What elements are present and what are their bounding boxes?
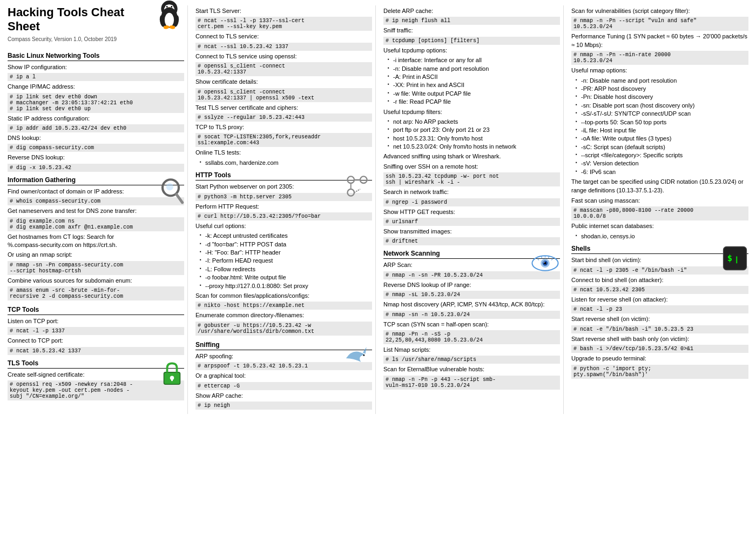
cmd: # ncat --ssl -l -p 1337--ssl-cert cert.p…: [195, 17, 372, 31]
cmd: # nmap -n -Pn --min-rate 20000 10.5.23.0…: [571, 51, 748, 65]
label: Public internet scan databases:: [571, 222, 748, 230]
list-item: -r file: Read PCAP file: [388, 98, 560, 106]
label: List Nmap scripts:: [383, 346, 560, 354]
cmd: # ip neigh flush all: [383, 17, 560, 25]
label: Get nameservers and test for DNS zone tr…: [8, 207, 184, 215]
cmd: # nmap -Pn -n -sS -p 22,25,80,443,8080 1…: [383, 330, 560, 344]
section-tcp-tools: TCP Tools Listen on TCP port: # ncat -l …: [8, 306, 184, 355]
http-icon: [342, 171, 372, 202]
label: Connect to bind shell (on attacker):: [571, 276, 748, 284]
cmd: # ls /usr/share/nmap/scripts: [383, 356, 560, 364]
label: Change IP/MAC address:: [8, 83, 184, 91]
cmd: # nmap -sL 10.5.23.0/24: [383, 291, 560, 299]
tux-icon: [154, 0, 184, 36]
cmd: ssh 10.5.23.42 tcpdump -w- port not ssh …: [383, 172, 560, 186]
svg-line-32: [542, 257, 542, 258]
column-4: Scan for vulnerabilities (script categor…: [568, 5, 752, 414]
svg-point-21: [347, 189, 354, 196]
label: The target can be specified using CIDR n…: [571, 178, 748, 195]
terminal-icon: $: [721, 245, 748, 273]
list-item: ssllabs.com, hardenize.com: [200, 159, 372, 167]
list-item: -H: "Foo: Bar": HTTP header: [200, 249, 372, 257]
label: Connect to TLS service using openssl:: [195, 52, 372, 61]
label: Reverse DNS lookup:: [8, 153, 184, 162]
label: Nmap host discovery (ARP, ICMP, SYN 443/…: [383, 300, 560, 309]
section-nmap-cont: Scan for vulnerabilities (script categor…: [571, 7, 748, 240]
label: Useful curl options:: [195, 222, 372, 230]
label: Start TLS Server:: [195, 7, 372, 15]
cmd: # ip neigh: [195, 402, 372, 410]
curl-options-list: -k: Accept untrusted certificates -d "fo…: [200, 232, 372, 290]
cmd: # dig example.com ns # dig example.com a…: [8, 217, 184, 231]
tls-online-list: ssllabs.com, hardenize.com: [200, 159, 372, 167]
section-shells: $ Shells Start bind shell (on victim): #…: [571, 245, 748, 379]
label: Performance Tuning (1 SYN packet ≈ 60 by…: [571, 32, 748, 49]
cmd: # nmap -n -Pn -p 443 --script smb- vuln-…: [383, 376, 560, 390]
list-item: host 10.5.23.31: Only from/to host: [388, 135, 560, 143]
label: Connect to TLS service:: [195, 32, 372, 41]
cmd: # python -c 'import pty; pty.spawn("/bin…: [571, 365, 748, 379]
section-basic-linux: Basic Linux Networking Tools Show IP con…: [8, 52, 184, 172]
label: Create self-signed certificate:: [8, 371, 184, 379]
cmd: # ncat -l -p 1337: [8, 327, 184, 335]
label: Useful tcpdump filters:: [383, 108, 560, 116]
section-heading-basic-linux: Basic Linux Networking Tools: [8, 52, 184, 61]
list-item: --top-ports 50: Scan 50 top ports: [576, 118, 748, 126]
cmd: # ncat 10.5.23.42 1337: [8, 347, 184, 355]
list-item: -Pn: Disable host discovery: [576, 93, 748, 101]
label: TCP scan (SYN scan = half-open scan):: [383, 320, 560, 329]
label: Get hostnames from CT logs: Search for%.…: [8, 233, 184, 250]
svg-point-15: [166, 183, 173, 190]
tcpdump-options-list: -i interface: Interface or any for all -…: [388, 56, 560, 106]
section-heading-tcp-tools: TCP Tools: [8, 306, 184, 315]
tcpdump-filters-list: not arp: No ARP packets port ftp or port…: [388, 118, 560, 151]
svg-line-24: [354, 189, 360, 192]
label: Start reverse shell with bash only (on v…: [571, 335, 748, 343]
list-item: -A: Print in ASCII: [388, 73, 560, 81]
list-item: shodan.io, censys.io: [576, 232, 748, 240]
label: Test TLS server certificate and ciphers:: [195, 104, 372, 112]
list-item: -n: Disable name and port resolution: [388, 65, 560, 73]
label: Enumerate common directory-/filenames:: [195, 311, 372, 319]
cmd: # openssl s_client -connect 10.5.23.42:1…: [195, 62, 372, 76]
list-item: not arp: No ARP packets: [388, 118, 560, 126]
cmd: # nmap -sn -Pn compass-security.com --sc…: [8, 261, 184, 275]
cmd: # ip a l: [8, 73, 184, 81]
shark-icon: [342, 341, 372, 369]
label: Advanced sniffing using tshark or Wiresh…: [383, 152, 560, 160]
cmd: # ip link set dev eth0 down # macchanger…: [8, 93, 184, 113]
column-2: Start TLS Server: # ncat --ssl -l -p 133…: [192, 5, 376, 414]
list-item: -oA file: Write output files (3 types): [576, 135, 748, 143]
cmd: # curl http://10.5.23.42:2305/?foo=bar: [195, 212, 372, 220]
label: Show IP configuration:: [8, 63, 184, 71]
label: Show HTTP GET requests:: [383, 208, 560, 216]
cmd: # ncat 10.5.23.42 2305: [571, 286, 748, 294]
column-1: Hacking Tools Cheat Sheet Compass Securi…: [4, 5, 188, 414]
list-item: -PR: ARP host discovery: [576, 85, 748, 93]
magnify-icon: [157, 176, 184, 207]
svg-point-5: [171, 6, 172, 8]
cmd: # amass enum -src -brute -min-for- recur…: [8, 286, 184, 300]
list-item: -sn: Disable port scan (host discovery o…: [576, 102, 748, 110]
list-item: -d "foo=bar": HTTP POST data: [200, 240, 372, 249]
label: Or using an nmap script:: [8, 251, 184, 259]
eye-icon: [530, 250, 560, 278]
list-item: -L: Follow redirects: [200, 265, 372, 273]
subtitle: Compass Security, Version 1.0, October 2…: [8, 36, 184, 43]
label: Static IP address configuration:: [8, 115, 184, 123]
svg-point-20: [360, 177, 367, 184]
label: Upgrade to pseudo terminal:: [571, 355, 748, 363]
section-http-tools: HTTP Tools Start Python webserver on por…: [195, 171, 372, 337]
cmd: # dig compass-security.com: [8, 144, 184, 152]
list-item: -I: Perform HEAD request: [200, 257, 372, 265]
svg-point-8: [165, 13, 174, 27]
label: Sniffing over SSH on a remote host:: [383, 163, 560, 171]
cmd: # ngrep -i password: [383, 198, 560, 206]
label: Perform HTTP Request:: [195, 203, 372, 211]
label: TCP to TLS proxy:: [195, 123, 372, 131]
cmd: # urlsnarf: [383, 218, 560, 226]
cmd: # ncat --ssl 10.5.23.42 1337: [195, 43, 372, 51]
list-item: --proxy http://127.0.0.1:8080: Set proxy: [200, 282, 372, 290]
label: Useful tcpdump options:: [383, 46, 560, 55]
cmd: # nmap -sn -n 10.5.23.0/24: [383, 311, 560, 319]
